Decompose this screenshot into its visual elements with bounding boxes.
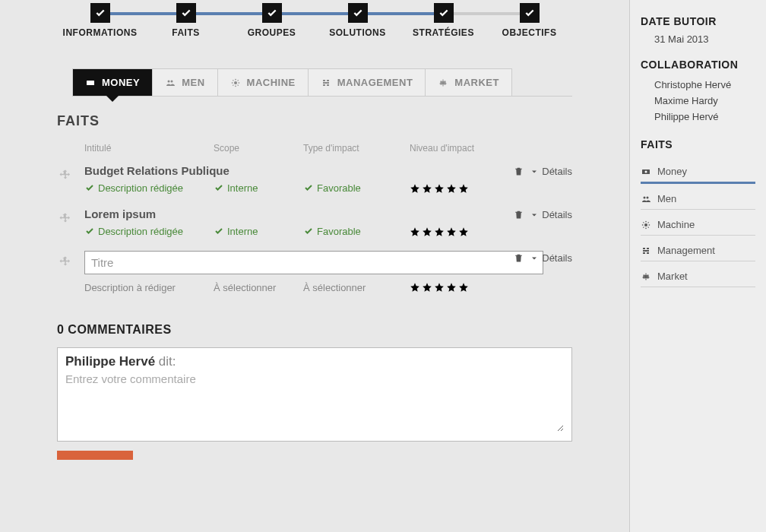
step-informations[interactable]: INFORMATIONS: [57, 3, 143, 38]
sidebar-item-men[interactable]: Men: [641, 184, 755, 210]
chevron-down-icon: [530, 254, 539, 263]
star-icon: [446, 282, 457, 293]
star-icon: [458, 183, 469, 194]
main-content: INFORMATIONS FAITS GROUPES SOLUTIONS STR: [0, 0, 629, 532]
management-icon: [641, 246, 651, 255]
check-icon: [262, 3, 282, 23]
comments-heading: 0 COMMENTAIRES: [57, 323, 572, 337]
step-label: STRATÉGIES: [413, 27, 474, 38]
drag-handle-icon[interactable]: [57, 254, 74, 271]
star-icon: [410, 226, 420, 237]
faits-nav: Money Men Machine Management Market: [641, 157, 755, 287]
faits-nav-heading: FAITS: [641, 138, 755, 150]
table-row: Budget Relations Publique Description ré…: [57, 158, 572, 201]
trash-icon: [514, 253, 524, 263]
sidebar-item-money[interactable]: Money: [641, 157, 755, 184]
star-icon: [434, 183, 445, 194]
star-rating[interactable]: [410, 183, 572, 194]
collaborator-list: Christophe Hervé Maxime Hardy Philippe H…: [641, 77, 755, 125]
check-icon: [303, 226, 314, 236]
check-icon: [214, 183, 224, 192]
check-icon: [176, 3, 196, 23]
details-button[interactable]: Détails: [530, 166, 572, 177]
scope-placeholder[interactable]: À sélectionner: [214, 282, 276, 293]
details-button[interactable]: Détails: [530, 209, 572, 220]
step-groupes[interactable]: GROUPES: [229, 3, 315, 38]
management-icon: [321, 78, 331, 87]
men-icon: [641, 195, 651, 204]
step-label: OBJECTIFS: [502, 27, 557, 38]
sidebar-item-label: Market: [657, 271, 688, 282]
table-header: Intitulé Scope Type d'impact Niveau d'im…: [57, 138, 572, 158]
tab-machine[interactable]: MACHINE: [217, 68, 309, 96]
chevron-down-icon: [530, 211, 539, 220]
check-icon: [303, 183, 314, 192]
drag-handle-icon[interactable]: [57, 167, 74, 184]
check-icon: [214, 226, 224, 236]
star-icon: [410, 183, 420, 194]
machine-icon: [230, 78, 241, 87]
check-icon: [348, 3, 368, 23]
tab-label: MONEY: [102, 77, 140, 88]
comment-author: Philippe Hervé: [65, 354, 155, 369]
comment-box: Philippe Hervé dit:: [57, 347, 572, 442]
details-button[interactable]: Détails: [530, 252, 572, 264]
step-strategies[interactable]: STRATÉGIES: [400, 3, 486, 38]
machine-icon: [641, 220, 651, 230]
sidebar-item-label: Money: [657, 166, 687, 177]
delete-button[interactable]: [514, 253, 524, 263]
tab-label: MEN: [182, 77, 204, 88]
col-intitule: Intitulé: [84, 143, 214, 154]
collaborator-item: Philippe Hervé: [654, 109, 755, 125]
check-icon: [90, 3, 110, 23]
deadline-date: 31 Mai 2013: [654, 33, 755, 45]
star-icon: [410, 282, 420, 293]
comment-textarea[interactable]: [65, 372, 564, 432]
col-niveau-impact: Niveau d'impact: [410, 143, 572, 154]
delete-button[interactable]: [514, 166, 524, 176]
step-label: FAITS: [172, 27, 200, 38]
type-impact-value: Favorable: [303, 226, 361, 237]
tab-label: MACHINE: [247, 77, 296, 88]
new-fact-row: Description à rédiger À sélectionner À s…: [57, 245, 572, 300]
sidebar-item-label: Men: [657, 193, 676, 204]
tab-market[interactable]: MARKET: [425, 68, 512, 96]
sidebar-item-label: Machine: [657, 219, 695, 230]
section-title: FAITS: [57, 113, 572, 129]
sidebar-item-market[interactable]: Market: [641, 261, 755, 287]
drag-handle-icon[interactable]: [57, 211, 74, 227]
submit-button[interactable]: [57, 451, 133, 460]
step-faits[interactable]: FAITS: [143, 3, 229, 38]
collab-heading: COLLABORATION: [641, 59, 755, 71]
step-solutions[interactable]: SOLUTIONS: [315, 3, 400, 38]
progress-steps: INFORMATIONS FAITS GROUPES SOLUTIONS STR: [0, 3, 629, 38]
sidebar-item-management[interactable]: Management: [641, 236, 755, 261]
scope-value: Interne: [214, 226, 258, 237]
collaborator-item: Maxime Hardy: [654, 93, 755, 109]
tab-management[interactable]: MANAGEMENT: [308, 68, 426, 96]
step-label: SOLUTIONS: [329, 27, 386, 38]
comment-says: dit:: [159, 354, 176, 369]
description-status: Description rédigée: [84, 182, 183, 194]
tab-money[interactable]: MONEY: [72, 68, 153, 96]
fact-title: Budget Relations Publique: [84, 164, 572, 177]
new-fact-title-input[interactable]: [84, 251, 543, 274]
tab-men[interactable]: MEN: [152, 68, 217, 96]
sidebar-item-machine[interactable]: Machine: [641, 210, 755, 236]
step-objectifs[interactable]: OBJECTIFS: [486, 3, 572, 38]
star-rating[interactable]: [410, 226, 572, 237]
step-label: INFORMATIONS: [63, 27, 138, 38]
check-icon: [84, 226, 95, 236]
type-impact-placeholder[interactable]: À sélectionner: [303, 282, 366, 293]
star-icon: [446, 183, 457, 194]
check-icon: [434, 3, 454, 23]
star-icon: [422, 226, 432, 237]
description-placeholder: Description à rédiger: [84, 282, 176, 293]
trash-icon: [514, 210, 524, 220]
star-rating[interactable]: [410, 282, 572, 293]
money-icon: [641, 167, 651, 176]
delete-button[interactable]: [514, 210, 524, 220]
chevron-down-icon: [530, 167, 539, 176]
star-icon: [422, 183, 432, 194]
star-icon: [434, 282, 445, 293]
